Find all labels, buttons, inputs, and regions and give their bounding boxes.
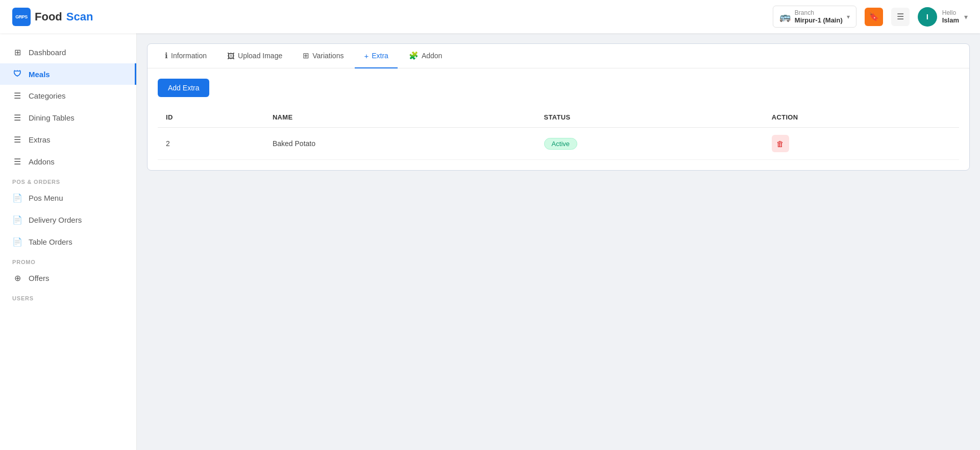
tabs-bar: ℹ Information 🖼 Upload Image ⊞ Variation… (148, 44, 969, 68)
sidebar-item-addons[interactable]: ☰ Addons (0, 151, 136, 173)
table-row: 2 Baked Potato Active 🗑 (158, 128, 959, 160)
sidebar-item-label: Delivery Orders (29, 216, 82, 224)
meals-icon: 🛡 (12, 69, 22, 79)
extras-table: ID NAME STATUS ACTION 2 Baked Potato Act… (158, 107, 959, 160)
sidebar-item-offers[interactable]: ⊕ Offers (0, 267, 136, 289)
tab-addon[interactable]: 🧩 Addon (400, 44, 451, 68)
app-logo: GRPS FoodScan (12, 8, 93, 26)
sidebar-item-categories[interactable]: ☰ Categories (0, 85, 136, 107)
branch-info: Branch Mirpur-1 (Main) (795, 9, 843, 24)
sidebar-item-extras[interactable]: ☰ Extras (0, 129, 136, 151)
bookmark-button[interactable]: 🔖 (865, 8, 883, 26)
col-status: STATUS (536, 107, 764, 128)
tab-label: Addon (422, 52, 442, 60)
pos-menu-icon: 📄 (12, 193, 22, 203)
table-orders-icon: 📄 (12, 237, 22, 247)
menu-button[interactable]: ☰ (891, 8, 910, 26)
main-layout: ⊞ Dashboard 🛡 Meals ☰ Categories ☰ Dinin… (0, 33, 980, 450)
users-section-label: USERS (0, 289, 136, 303)
sidebar-item-delivery-orders[interactable]: 📄 Delivery Orders (0, 209, 136, 231)
tab-information[interactable]: ℹ Information (156, 44, 216, 68)
offers-icon: ⊕ (12, 273, 22, 283)
dining-tables-icon: ☰ (12, 113, 22, 123)
addons-icon: ☰ (12, 157, 22, 167)
sidebar-item-table-orders[interactable]: 📄 Table Orders (0, 231, 136, 253)
branch-selector[interactable]: 🚌 Branch Mirpur-1 (Main) ▾ (773, 6, 856, 28)
promo-section-label: PROMO (0, 253, 136, 267)
delete-button[interactable]: 🗑 (772, 135, 789, 152)
information-icon: ℹ (165, 51, 168, 60)
cell-id: 2 (158, 128, 264, 160)
variations-icon: ⊞ (303, 51, 309, 60)
upload-image-icon: 🖼 (227, 52, 235, 60)
branch-chevron-down-icon: ▾ (847, 13, 850, 20)
content-card: ℹ Information 🖼 Upload Image ⊞ Variation… (147, 43, 970, 171)
status-badge: Active (544, 138, 577, 150)
branch-icon: 🚌 (779, 11, 791, 22)
user-chevron-down-icon: ▾ (964, 13, 968, 21)
sidebar-item-label: Meals (29, 70, 50, 79)
logo-icon: GRPS (12, 8, 31, 26)
user-section[interactable]: I Hello Islam ▾ (918, 7, 968, 27)
extra-icon: + (364, 52, 369, 60)
sidebar-item-meals[interactable]: 🛡 Meals (0, 63, 136, 85)
sidebar-item-label: Table Orders (29, 238, 72, 246)
sidebar-item-dashboard[interactable]: ⊞ Dashboard (0, 41, 136, 63)
user-info: Hello Islam (942, 9, 959, 24)
sidebar-item-label: Addons (29, 157, 55, 166)
sidebar-item-label: Pos Menu (29, 194, 63, 202)
col-action: ACTION (764, 107, 959, 128)
sidebar-item-dining-tables[interactable]: ☰ Dining Tables (0, 107, 136, 129)
user-hello: Hello (942, 9, 959, 16)
tab-label: Information (171, 52, 207, 60)
main-content: ℹ Information 🖼 Upload Image ⊞ Variation… (137, 33, 980, 450)
cell-status: Active (536, 128, 764, 160)
tab-extra[interactable]: + Extra (355, 44, 397, 68)
branch-label: Branch (795, 9, 843, 16)
cell-name: Baked Potato (264, 128, 536, 160)
tab-variations[interactable]: ⊞ Variations (293, 44, 353, 68)
avatar: I (918, 7, 937, 27)
sidebar-item-label: Categories (29, 91, 66, 100)
delivery-orders-icon: 📄 (12, 215, 22, 225)
table-header-row: ID NAME STATUS ACTION (158, 107, 959, 128)
dashboard-icon: ⊞ (12, 48, 22, 57)
app-header: GRPS FoodScan 🚌 Branch Mirpur-1 (Main) ▾… (0, 0, 980, 33)
logo-food: Food (35, 10, 62, 23)
col-id: ID (158, 107, 264, 128)
branch-name: Mirpur-1 (Main) (795, 16, 843, 24)
sidebar-item-label: Extras (29, 135, 51, 144)
sidebar-item-label: Offers (29, 274, 50, 282)
tab-upload-image[interactable]: 🖼 Upload Image (218, 44, 291, 68)
tab-label: Upload Image (238, 52, 282, 60)
cell-action: 🗑 (764, 128, 959, 160)
sidebar-item-label: Dashboard (29, 48, 66, 57)
header-right: 🚌 Branch Mirpur-1 (Main) ▾ 🔖 ☰ I Hello I… (773, 6, 968, 28)
tab-label: Extra (372, 52, 388, 60)
sidebar-item-pos-menu[interactable]: 📄 Pos Menu (0, 187, 136, 209)
addon-icon: 🧩 (409, 51, 419, 60)
logo-scan: Scan (66, 10, 93, 23)
tab-label: Variations (312, 52, 344, 60)
sidebar: ⊞ Dashboard 🛡 Meals ☰ Categories ☰ Dinin… (0, 33, 137, 450)
categories-icon: ☰ (12, 91, 22, 101)
add-extra-button[interactable]: Add Extra (158, 79, 209, 97)
col-name: NAME (264, 107, 536, 128)
sidebar-item-label: Dining Tables (29, 113, 75, 122)
table-area: Add Extra ID NAME STATUS ACTION 2 Baked … (148, 68, 969, 170)
user-name: Islam (942, 16, 959, 24)
pos-section-label: POS & ORDERS (0, 173, 136, 187)
extras-icon: ☰ (12, 135, 22, 145)
